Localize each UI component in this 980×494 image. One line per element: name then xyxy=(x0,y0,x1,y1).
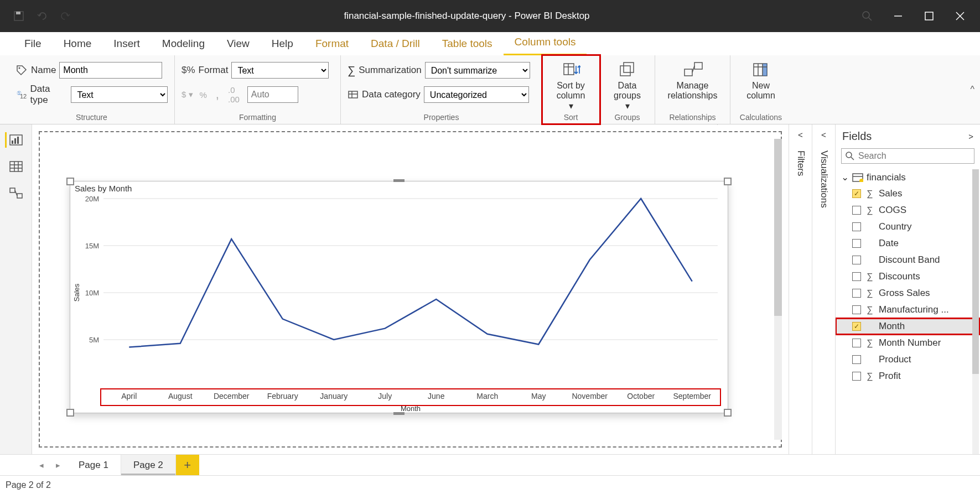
currency-button[interactable]: $ ▾ xyxy=(182,90,193,100)
checkbox[interactable] xyxy=(852,239,861,248)
datacategory-select[interactable]: Uncategorized xyxy=(424,86,529,103)
checkbox[interactable] xyxy=(852,355,861,364)
chart-visual[interactable]: Sales by Month 5M10M15M20MSalesAprilAugu… xyxy=(70,181,728,413)
checkbox[interactable] xyxy=(852,289,861,298)
minimize-icon[interactable] xyxy=(893,11,904,22)
more-options-icon[interactable]: ••• xyxy=(759,124,775,129)
checkbox[interactable] xyxy=(852,372,861,381)
model-view-icon[interactable] xyxy=(7,185,25,201)
tab-format[interactable]: Format xyxy=(304,33,360,55)
data-view-icon[interactable] xyxy=(7,159,25,174)
field-cogs[interactable]: ∑COGS xyxy=(836,202,980,219)
filter-visual-icon[interactable] xyxy=(711,124,723,129)
checkbox[interactable]: ✓ xyxy=(852,322,861,331)
tab-view[interactable]: View xyxy=(216,33,261,55)
expand-visualizations-icon[interactable]: < xyxy=(821,130,826,139)
status-bar: Page 2 of 2 xyxy=(0,475,980,494)
svg-rect-28 xyxy=(12,141,13,144)
tab-file[interactable]: File xyxy=(13,33,53,55)
add-page-button[interactable]: + xyxy=(176,455,199,475)
svg-rect-29 xyxy=(14,138,16,144)
svg-text:15M: 15M xyxy=(85,242,99,250)
prev-page-icon[interactable]: ◂ xyxy=(33,455,50,475)
table-financials[interactable]: ⌄financials xyxy=(836,169,980,185)
search-icon[interactable] xyxy=(862,11,873,22)
field-product[interactable]: Product xyxy=(836,351,980,368)
close-icon[interactable] xyxy=(955,11,966,22)
page-tab-page-1[interactable]: Page 1 xyxy=(66,455,121,475)
undo-icon[interactable] xyxy=(35,9,49,23)
fields-pane: Fields > ⌄financials✓∑Sales∑COGSCountryD… xyxy=(835,124,980,454)
tab-help[interactable]: Help xyxy=(261,33,304,55)
checkbox[interactable] xyxy=(852,305,861,314)
checkbox[interactable]: ✓ xyxy=(852,189,861,198)
svg-text:October: October xyxy=(627,392,655,401)
report-canvas[interactable]: ••• Sales by Month 5M10M15M20MSalesApril… xyxy=(32,124,789,454)
svg-text:December: December xyxy=(214,392,250,401)
tab-table-tools[interactable]: Table tools xyxy=(431,33,504,55)
tab-modeling[interactable]: Modeling xyxy=(151,33,216,55)
canvas-scrollbar[interactable] xyxy=(774,139,782,440)
expand-filters-icon[interactable]: < xyxy=(798,130,803,139)
tab-home[interactable]: Home xyxy=(53,33,103,55)
field-gross-sales[interactable]: ∑Gross Sales xyxy=(836,285,980,301)
format-icon: $% xyxy=(182,65,195,76)
svg-rect-20 xyxy=(694,63,702,69)
svg-text:June: June xyxy=(428,392,445,401)
svg-text:November: November xyxy=(572,392,608,401)
line-chart: 5M10M15M20MSalesAprilAugustDecemberFebru… xyxy=(70,193,729,414)
collapse-ribbon-icon[interactable]: ^ xyxy=(970,85,974,95)
checkbox[interactable] xyxy=(852,272,861,281)
sort-by-column-button[interactable]: Sort bycolumn ▾ xyxy=(549,60,593,112)
data-groups-button[interactable]: Datagroups ▾ xyxy=(606,60,648,112)
search-icon xyxy=(845,151,855,161)
visualizations-pane-collapsed[interactable]: < Visualizations xyxy=(812,124,835,454)
format-select[interactable]: Text xyxy=(231,62,329,79)
collapse-fields-icon[interactable]: > xyxy=(968,132,973,141)
page-tab-page-2[interactable]: Page 2 xyxy=(121,455,176,475)
ribbon-tabs: FileHomeInsertModelingViewHelpFormatData… xyxy=(0,32,980,55)
report-view-icon[interactable] xyxy=(5,132,23,148)
summarization-select[interactable]: Don't summarize xyxy=(425,62,530,79)
field-manufacturing-[interactable]: ∑Manufacturing ... xyxy=(836,301,980,318)
field-country[interactable]: Country xyxy=(836,219,980,235)
tab-data-drill[interactable]: Data / Drill xyxy=(360,33,431,55)
category-icon xyxy=(348,89,359,100)
decimals-button[interactable]: .0.00 xyxy=(228,85,240,104)
field-month-number[interactable]: ∑Month Number xyxy=(836,335,980,351)
redo-icon[interactable] xyxy=(59,9,72,23)
fields-search[interactable] xyxy=(841,148,974,164)
checkbox[interactable] xyxy=(852,339,861,347)
percent-button[interactable]: % xyxy=(200,90,207,100)
checkbox[interactable] xyxy=(852,256,861,264)
summarization-label: Summarization xyxy=(359,65,421,76)
focus-mode-icon[interactable] xyxy=(735,124,747,129)
maximize-icon[interactable] xyxy=(924,11,935,22)
decimal-places-input[interactable] xyxy=(247,86,298,103)
checkbox[interactable] xyxy=(852,206,861,215)
save-icon[interactable] xyxy=(12,9,25,23)
comma-button[interactable]: , xyxy=(216,87,219,102)
group-label-relationships: Relationships xyxy=(662,113,723,122)
new-column-button[interactable]: Newcolumn xyxy=(737,60,785,102)
fields-scrollthumb[interactable] xyxy=(972,169,979,374)
svg-rect-30 xyxy=(17,137,19,144)
fields-search-input[interactable] xyxy=(858,151,971,161)
filters-pane-collapsed[interactable]: < Filters xyxy=(789,124,812,454)
checkbox[interactable] xyxy=(852,222,861,231)
next-page-icon[interactable]: ▸ xyxy=(50,455,66,475)
field-month[interactable]: ✓Month xyxy=(836,318,980,335)
field-discounts[interactable]: ∑Discounts xyxy=(836,268,980,285)
field-label: Country xyxy=(879,221,912,232)
field-discount-band[interactable]: Discount Band xyxy=(836,252,980,268)
datatype-select[interactable]: Text xyxy=(71,86,168,103)
tab-insert[interactable]: Insert xyxy=(102,33,151,55)
svg-text:January: January xyxy=(320,392,348,401)
field-date[interactable]: Date xyxy=(836,235,980,252)
name-input[interactable] xyxy=(59,62,162,79)
field-profit[interactable]: ∑Profit xyxy=(836,368,980,384)
tab-column-tools[interactable]: Column tools xyxy=(504,32,587,55)
field-sales[interactable]: ✓∑Sales xyxy=(836,185,980,202)
manage-relationships-button[interactable]: Managerelationships xyxy=(662,60,723,102)
sigma-icon: ∑ xyxy=(865,338,874,348)
